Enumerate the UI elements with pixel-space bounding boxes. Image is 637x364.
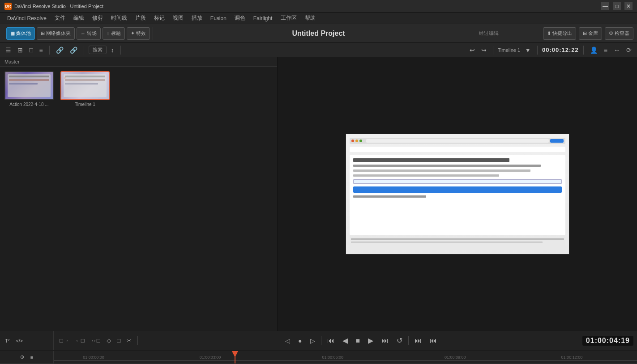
tool-roll[interactable]: ↔□ [89, 336, 103, 345]
menu-clip[interactable]: 片段 [132, 13, 150, 23]
menu-workspace[interactable]: 工作区 [277, 13, 300, 23]
tool-sub[interactable]: </> [13, 337, 25, 345]
window-title: DaVinci Resolve Studio - Untitled Projec… [14, 4, 103, 9]
menu-fusion[interactable]: Fusion [207, 14, 230, 22]
clip-item-selected[interactable]: ✓ Timeline 1 [60, 71, 110, 107]
quick-export-button[interactable]: ⬆ 快捷导出 [543, 27, 576, 40]
maximize-button[interactable]: □ [613, 2, 621, 10]
tb2-prev-clip[interactable]: ↩ [468, 46, 477, 55]
library-icon: ⊞ [583, 30, 587, 36]
clip-label-timeline: Timeline 1 [75, 102, 95, 107]
menu-davinci[interactable]: DaVinci Resolve [4, 14, 50, 22]
minimize-button[interactable]: — [601, 2, 609, 10]
timecode-right: 01:00:04:19 [582, 336, 633, 346]
menu-mark[interactable]: 标记 [150, 13, 168, 23]
tb2-divider1 [49, 46, 50, 55]
preview-content [346, 134, 569, 254]
export-icon: ⬆ [547, 30, 551, 36]
tb2-divider6 [583, 46, 584, 55]
preview-form [350, 155, 565, 235]
add-track-btn[interactable]: ⊕ [18, 353, 26, 361]
timeline-ruler: 01:00:00:00 01:00:03:00 01:00:06:00 01:0… [54, 351, 637, 363]
tb2-next-clip[interactable]: ↪ [479, 46, 488, 55]
titles-button[interactable]: T 标题 [103, 27, 125, 40]
effects-button[interactable]: ✦ 特效 [127, 27, 150, 40]
menu-trim[interactable]: 修剪 [89, 13, 107, 23]
nav-prev[interactable]: ◁ [283, 336, 292, 346]
tool-trim[interactable]: □→ [57, 336, 71, 345]
tb2-grid-view[interactable]: ⊞ [16, 46, 25, 55]
timeline-dropdown[interactable]: ▼ [523, 46, 533, 55]
tool-ripple[interactable]: ←□ [73, 336, 87, 345]
nav-divider [321, 336, 321, 345]
titles-icon: T [107, 31, 110, 36]
timecode-display: 00:00:12:22 [542, 47, 579, 53]
clip-thumbnail[interactable] [4, 71, 54, 100]
tb2-settings2[interactable]: ⟳ [624, 46, 633, 55]
track-controls-header: ⊕ ≡ [0, 351, 54, 363]
library-button[interactable]: ⊞ 金库 [579, 27, 602, 40]
menu-edit[interactable]: 编辑 [70, 13, 88, 23]
tool-razor[interactable]: ✂ [124, 336, 134, 345]
transport-prev-frame[interactable]: ◀ [340, 335, 350, 346]
tb2-thumb-view[interactable]: □ [27, 46, 34, 55]
tb2-link2[interactable]: 🔗 [68, 46, 79, 55]
media-pool-button[interactable]: ▦ 媒体池 [6, 27, 35, 40]
media-pool-icon: ▦ [10, 30, 15, 36]
nav-next[interactable]: ▷ [308, 336, 317, 346]
transport-skip-start[interactable]: ⏮ [325, 335, 337, 346]
ruler-mark-4: 01:00:09:00 [445, 355, 466, 360]
menu-help[interactable]: 帮助 [301, 13, 319, 23]
ruler-mark-2: 01:00:03:00 [200, 355, 221, 360]
tb2-zoom[interactable]: ↔ [612, 46, 622, 55]
tb2-more[interactable]: ≡ [602, 46, 609, 55]
transport-loop[interactable]: ↺ [394, 335, 405, 346]
menu-playback[interactable]: 播放 [188, 13, 206, 23]
transport-fast-fwd[interactable]: ⏭ [379, 335, 391, 346]
app-icon: DR [4, 3, 12, 10]
timeline-name-label: Timeline 1 [498, 47, 520, 53]
clip-thumbnail-selected[interactable]: ✓ [60, 71, 110, 100]
menu-color[interactable]: 调色 [231, 13, 249, 23]
transport-skip-start2[interactable]: ⏮ [428, 335, 439, 346]
inspector-button[interactable]: ⚙ 检查器 [605, 27, 633, 40]
ruler-playhead [235, 351, 235, 363]
tool-group-left: T² </> [0, 331, 54, 350]
menu-file[interactable]: 文件 [51, 13, 69, 23]
tb2-divider2 [84, 46, 84, 55]
transport-play[interactable]: ▶ [366, 335, 376, 346]
tool-slip[interactable]: ◇ [104, 336, 113, 345]
dot-yellow [355, 140, 358, 142]
main-toolbar: ▦ 媒体池 ⊞ 网络媒体夹 ↔ 转场 T 标题 ✦ 特效 Untitled Pr… [0, 24, 637, 43]
preview-screen [346, 134, 569, 254]
tool-text[interactable]: T² [3, 337, 12, 345]
clip-item[interactable]: Action 2022-4-18 ... [4, 71, 54, 107]
preview-bottom [350, 237, 565, 250]
tb2-sort[interactable]: ↕ [109, 46, 116, 55]
close-button[interactable]: ✕ [624, 2, 633, 10]
nav-mark-in[interactable]: ● [296, 336, 304, 346]
tools-transport-row: T² </> □→ ←□ ↔□ ◇ □ ✂ ◁ ● ▷ ⏮ ◀ ■ ▶ ⏭ ↺ … [0, 331, 637, 351]
network-media-button[interactable]: ⊞ 网络媒体夹 [37, 27, 75, 40]
menu-timeline[interactable]: 时间线 [107, 13, 131, 23]
tb2-link[interactable]: 🔗 [54, 46, 65, 55]
clip-label: Action 2022-4-18 ... [9, 102, 48, 107]
media-pool-panel: Master Action 2022-4-18 ... [0, 57, 278, 331]
tool-slide[interactable]: □ [115, 336, 123, 345]
tb2-list-view[interactable]: ☰ [4, 46, 13, 55]
transport-stop[interactable]: ■ [354, 335, 363, 346]
pool-content: Action 2022-4-18 ... ✓ Timeline 1 [0, 67, 277, 331]
dot-green [359, 140, 362, 142]
nav-divider2 [408, 336, 409, 345]
menu-bar: DaVinci Resolve 文件 编辑 修剪 时间线 片段 标记 视图 播放… [0, 13, 637, 24]
transitions-button[interactable]: ↔ 转场 [77, 27, 101, 40]
tb2-detail-view[interactable]: ≡ [37, 46, 44, 55]
transport-skip-end[interactable]: ⏭ [412, 335, 424, 346]
clip-thumb-visual [5, 72, 53, 99]
menu-fairlight[interactable]: Fairlight [250, 14, 276, 22]
search-button[interactable]: 搜索 [89, 46, 107, 54]
track-options-btn[interactable]: ≡ [28, 353, 35, 361]
playback-controls: ◁ ● ▷ ⏮ ◀ ■ ▶ ⏭ ↺ ⏭ ⏮ [141, 335, 580, 346]
menu-view[interactable]: 视图 [169, 13, 187, 23]
tb2-user-icon[interactable]: 👤 [588, 46, 599, 55]
